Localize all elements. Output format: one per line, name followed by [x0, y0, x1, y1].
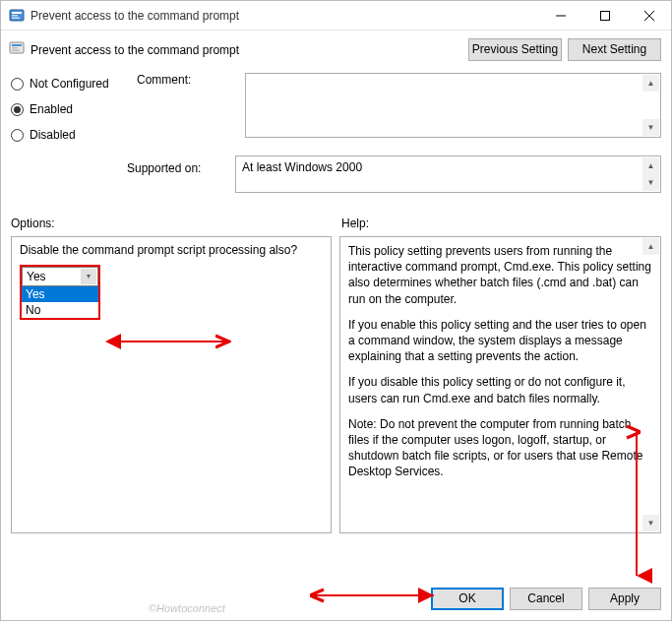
chevron-down-icon: ▾	[81, 269, 96, 284]
radio-enabled[interactable]: Enabled	[11, 102, 127, 116]
scroll-up-icon[interactable]: ▲	[642, 157, 659, 174]
title-bar: Prevent access to the command prompt	[1, 1, 671, 31]
scroll-down-icon[interactable]: ▼	[642, 119, 659, 136]
comment-textbox[interactable]: ▲ ▼	[245, 73, 661, 138]
help-text: This policy setting prevents users from …	[348, 243, 652, 479]
previous-setting-button[interactable]: Previous Setting	[468, 38, 562, 61]
radio-label: Enabled	[30, 102, 73, 116]
scroll-down-icon[interactable]: ▼	[642, 515, 659, 531]
svg-rect-3	[12, 17, 20, 19]
options-question: Disable the command prompt script proces…	[20, 243, 323, 257]
dropdown-option-yes[interactable]: Yes	[22, 286, 98, 302]
help-paragraph: If you disable this policy setting or do…	[348, 374, 652, 405]
close-button[interactable]	[627, 1, 671, 30]
window-title: Prevent access to the command prompt	[31, 9, 538, 23]
header-label: Prevent access to the command prompt	[9, 40, 462, 59]
apply-button[interactable]: Apply	[588, 588, 661, 610]
options-label: Options:	[11, 217, 341, 230]
window-controls	[538, 1, 671, 30]
svg-rect-10	[12, 47, 18, 49]
help-label: Help:	[341, 217, 369, 230]
dropdown-highlight: Yes ▾ Yes No	[20, 265, 100, 320]
supported-textbox: At least Windows 2000 ▲ ▼	[235, 155, 661, 193]
minimize-button[interactable]	[538, 1, 582, 30]
svg-rect-11	[12, 50, 20, 52]
radio-not-configured[interactable]: Not Configured	[11, 77, 127, 91]
radio-disabled[interactable]: Disabled	[11, 128, 127, 142]
footer-buttons: OK Cancel Apply	[431, 588, 661, 610]
section-labels: Options: Help:	[1, 203, 671, 236]
help-paragraph: This policy setting prevents users from …	[348, 243, 652, 307]
help-panel: This policy setting prevents users from …	[339, 236, 661, 533]
supported-text: At least Windows 2000	[242, 160, 362, 174]
comment-label-col: Comment:	[137, 73, 235, 155]
script-processing-dropdown[interactable]: Yes ▾	[22, 267, 98, 286]
help-paragraph: Note: Do not prevent the computer from r…	[348, 416, 652, 480]
scroll-up-icon[interactable]: ▲	[642, 75, 659, 92]
ok-button[interactable]: OK	[431, 588, 504, 610]
next-setting-button[interactable]: Next Setting	[568, 38, 661, 61]
help-paragraph: If you enable this policy setting and th…	[348, 317, 652, 365]
config-area: Not Configured Enabled Disabled Comment:…	[1, 69, 671, 155]
radio-dot-icon	[14, 106, 21, 113]
svg-rect-2	[12, 15, 18, 17]
radio-label: Not Configured	[30, 77, 109, 91]
options-panel: Disable the command prompt script proces…	[11, 236, 332, 533]
header-text: Prevent access to the command prompt	[31, 43, 239, 57]
header-row: Prevent access to the command prompt Pre…	[1, 31, 671, 69]
radio-circle-icon	[11, 78, 24, 91]
maximize-button[interactable]	[582, 1, 627, 30]
cancel-button[interactable]: Cancel	[510, 588, 582, 610]
watermark: ©Howtoconnect	[149, 602, 225, 614]
svg-rect-9	[12, 44, 22, 46]
radio-circle-icon	[11, 129, 24, 142]
svg-rect-5	[600, 11, 609, 20]
dropdown-list: Yes No	[22, 286, 98, 318]
scroll-up-icon[interactable]: ▲	[642, 238, 659, 255]
supported-row: Supported on: At least Windows 2000 ▲ ▼	[1, 155, 671, 203]
state-radios: Not Configured Enabled Disabled	[11, 73, 127, 155]
radio-label: Disabled	[30, 128, 76, 142]
annotation-arrow-ok	[306, 586, 444, 605]
panels: Disable the command prompt script proces…	[1, 236, 671, 533]
policy-icon	[9, 40, 25, 59]
scroll-down-icon[interactable]: ▼	[642, 174, 659, 191]
svg-rect-1	[12, 12, 22, 14]
comment-label: Comment:	[137, 73, 235, 87]
dropdown-option-no[interactable]: No	[22, 302, 98, 318]
app-icon	[9, 8, 25, 24]
supported-label: Supported on:	[127, 155, 225, 175]
radio-circle-icon	[11, 103, 24, 116]
dropdown-selected: Yes	[27, 270, 46, 283]
comment-field-col: ▲ ▼	[245, 73, 661, 155]
